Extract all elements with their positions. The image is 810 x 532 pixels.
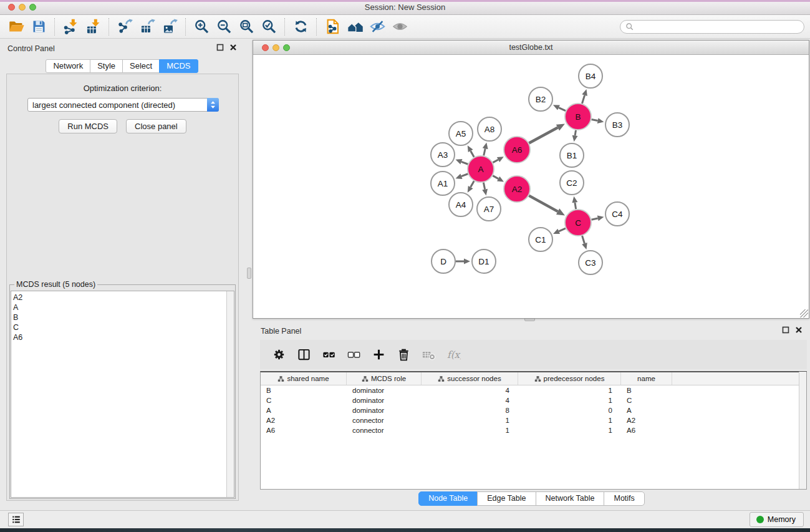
graph-node-D[interactable]: D	[432, 249, 455, 273]
graph-edge-A-A4[interactable]	[471, 181, 475, 187]
graph-edge-A-A8[interactable]	[484, 148, 485, 155]
tab-edge-table[interactable]: Edge Table	[477, 491, 536, 506]
toolbar-separator	[54, 18, 55, 36]
graph-edge-B-B1[interactable]	[575, 130, 576, 136]
graph-node-C[interactable]: C	[565, 210, 591, 236]
close-panel-icon[interactable]	[229, 44, 237, 51]
home-button[interactable]	[344, 17, 366, 37]
table-row[interactable]: Bdominator41B	[261, 385, 806, 395]
tab-mcds[interactable]: MCDS	[159, 59, 198, 73]
network-graph[interactable]: B4B2BB3A8A5A6A3B1AA1C2A2A4A7C4CC1C3DD1	[254, 56, 806, 318]
graph-edge-B-B2[interactable]	[559, 108, 566, 111]
search-field[interactable]	[620, 20, 804, 34]
graph-node-D1[interactable]: D1	[472, 249, 496, 273]
memory-button[interactable]: Memory	[750, 512, 804, 527]
graph-edge-C-C2[interactable]	[575, 203, 576, 210]
optimization-criterion-select[interactable]: largest connected component (directed)	[27, 98, 219, 112]
float-table-panel-icon[interactable]	[782, 326, 789, 334]
tab-node-table[interactable]: Node Table	[418, 491, 478, 506]
graph-node-C4[interactable]: C4	[605, 202, 629, 226]
table-row[interactable]: Cdominator41C	[261, 395, 806, 405]
close-table-panel-icon[interactable]	[795, 326, 803, 334]
export-image-button[interactable]	[158, 17, 181, 37]
zoom-selected-button[interactable]	[258, 17, 280, 37]
graph-node-B2[interactable]: B2	[529, 87, 552, 111]
graph-edge-B-B3[interactable]	[592, 119, 598, 120]
import-network-button[interactable]	[59, 17, 82, 37]
split-columns-button[interactable]	[291, 344, 316, 366]
graph-node-B[interactable]: B	[565, 104, 591, 130]
export-table-button[interactable]	[136, 17, 158, 37]
tab-network[interactable]: Network	[46, 59, 90, 73]
run-mcds-button[interactable]: Run MCDS	[59, 119, 117, 133]
table-row[interactable]: Adominator80A	[261, 405, 806, 415]
search-input[interactable]	[637, 22, 799, 31]
close-panel-button[interactable]: Close panel	[126, 119, 186, 133]
graph-node-A8[interactable]: A8	[478, 117, 501, 141]
graph-edge-A-A5[interactable]	[471, 151, 475, 157]
table-row[interactable]: A6connector11A6	[261, 425, 806, 435]
mcds-list-scrollbar[interactable]	[226, 291, 234, 497]
select-all-button[interactable]	[316, 344, 341, 366]
import-table-button[interactable]	[82, 17, 104, 37]
gear-button[interactable]	[266, 344, 291, 366]
graph-node-C3[interactable]: C3	[579, 251, 602, 274]
column-header-predecessor-nodes[interactable]: predecessor nodes	[518, 372, 621, 385]
graph-node-A6[interactable]: A6	[504, 137, 530, 163]
graph-node-A3[interactable]: A3	[431, 143, 455, 167]
graph-node-A7[interactable]: A7	[477, 197, 501, 221]
tab-motifs[interactable]: Motifs	[604, 491, 644, 506]
delete-column-button[interactable]	[391, 344, 416, 366]
column-header-shared-name[interactable]: shared name	[261, 372, 347, 385]
graph-edge-B-B4[interactable]	[582, 95, 584, 104]
graph-edge-A-A7[interactable]	[483, 183, 485, 190]
save-session-button[interactable]	[27, 17, 50, 37]
zoom-in-button[interactable]	[190, 17, 213, 37]
network-document-button[interactable]	[321, 17, 344, 37]
float-panel-icon[interactable]	[216, 44, 224, 51]
graph-node-A4[interactable]: A4	[449, 193, 473, 216]
graph-node-A1[interactable]: A1	[431, 172, 455, 195]
vertical-split-handle[interactable]	[247, 268, 251, 279]
tab-select[interactable]: Select	[122, 59, 160, 73]
graph-edge-C-C1[interactable]	[559, 228, 566, 231]
graph-edge-A6-B[interactable]	[529, 128, 557, 143]
dropdown-stepper	[207, 98, 219, 112]
export-network-button[interactable]	[113, 17, 136, 37]
deselect-all-button[interactable]	[341, 344, 366, 366]
graph-edge-A-A3[interactable]	[461, 162, 468, 164]
table-row[interactable]: A2connector11A2	[261, 415, 806, 425]
graph-edge-A-A1[interactable]	[461, 174, 468, 177]
add-column-button[interactable]	[366, 344, 391, 366]
tab-network-table[interactable]: Network Table	[536, 491, 605, 506]
hide-panels-button[interactable]	[366, 17, 388, 37]
graph-edge-A-A2[interactable]	[493, 176, 498, 179]
table-scrollbar[interactable]	[799, 372, 806, 489]
graph-node-A5[interactable]: A5	[449, 122, 473, 145]
show-panels-icon	[392, 18, 408, 35]
window-resize-grip[interactable]	[800, 309, 808, 317]
graph-node-A[interactable]: A	[468, 156, 494, 182]
graph-node-B1[interactable]: B1	[560, 143, 584, 167]
column-header-MCDS-role[interactable]: MCDS role	[347, 372, 422, 385]
network-canvas[interactable]: B4B2BB3A8A5A6A3B1AA1C2A2A4A7C4CC1C3DD1	[253, 55, 809, 318]
mcds-result-item: C	[13, 322, 226, 332]
graph-node-C1[interactable]: C1	[529, 228, 552, 251]
graph-edge-C-C4[interactable]	[591, 218, 597, 220]
graph-node-C2[interactable]: C2	[560, 171, 584, 195]
show-panels-button[interactable]	[388, 17, 411, 37]
graph-edge-A-A6[interactable]	[493, 160, 498, 163]
graph-edge-C-C3[interactable]	[582, 236, 585, 243]
graph-edge-A2-C[interactable]	[529, 196, 557, 212]
graph-node-A2[interactable]: A2	[504, 176, 530, 202]
graph-node-B4[interactable]: B4	[579, 64, 602, 88]
show-panels-menu-button[interactable]	[8, 513, 24, 526]
graph-node-B3[interactable]: B3	[605, 113, 629, 137]
refresh-button[interactable]	[289, 17, 312, 37]
zoom-fit-button[interactable]	[235, 17, 258, 37]
column-header-successor-nodes[interactable]: successor nodes	[422, 372, 518, 385]
column-header-name[interactable]: name	[621, 372, 672, 385]
tab-style[interactable]: Style	[90, 59, 123, 73]
open-file-button[interactable]	[5, 17, 27, 37]
zoom-out-button[interactable]	[213, 17, 235, 37]
